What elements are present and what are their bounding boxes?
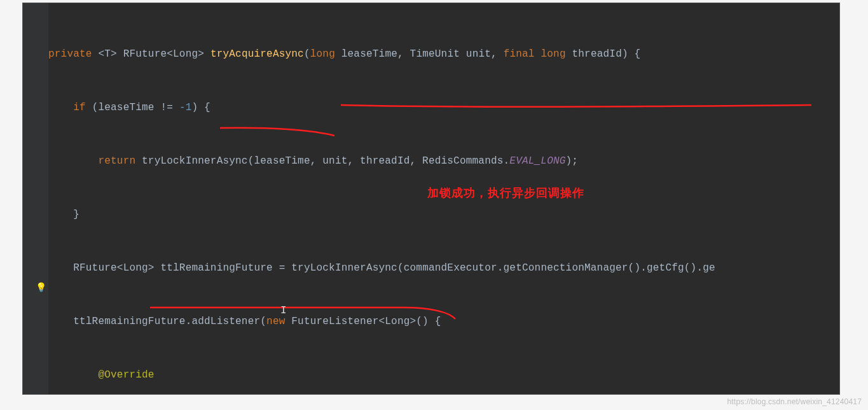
code-line: RFuture<Long> ttlRemainingFuture = tryLo…: [48, 259, 837, 277]
code-line: @Override: [48, 366, 837, 384]
code-line: private <T> RFuture<Long> tryAcquireAsyn…: [48, 45, 837, 63]
code-line: ttlRemainingFuture.addListener(new Futur…: [48, 313, 837, 330]
bulb-icon[interactable]: 💡: [36, 282, 46, 293]
editor-gutter: 💡: [23, 3, 48, 394]
code-line: if (leaseTime != -1) {: [48, 99, 837, 117]
code-line: }: [48, 206, 837, 223]
code-editor[interactable]: 💡 private <T> RFuture<Long> tryAcquireAs…: [22, 3, 840, 395]
code-line: return tryLockInnerAsync(leaseTime, unit…: [48, 152, 837, 170]
watermark: https://blog.csdn.net/weixin_41240417: [727, 397, 862, 406]
annotation-text: 加锁成功，执行异步回调操作: [427, 185, 584, 201]
